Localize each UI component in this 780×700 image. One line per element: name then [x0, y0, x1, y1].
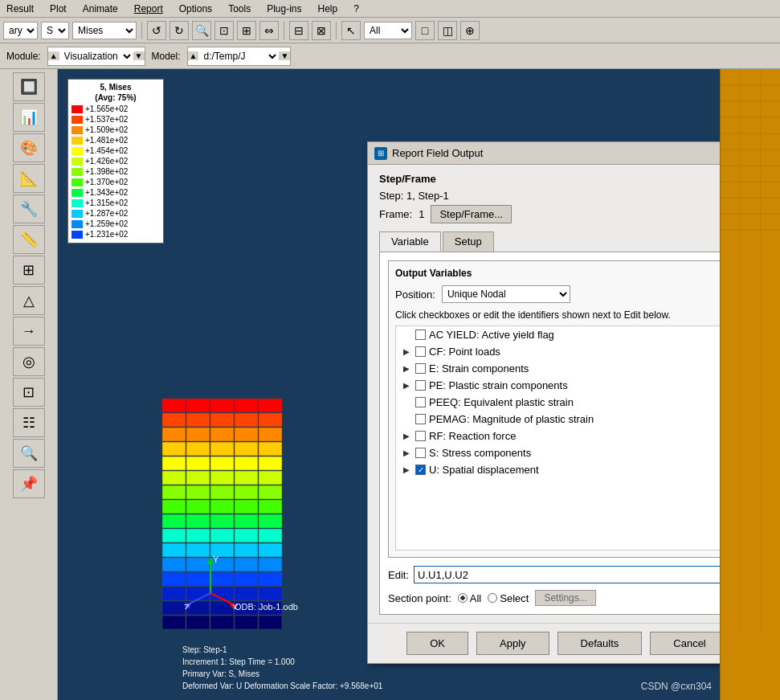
- position-dropdown[interactable]: Unique Nodal: [442, 285, 570, 303]
- variable-row[interactable]: ▶CF: Point loads: [396, 343, 720, 360]
- menu-options[interactable]: Options: [176, 3, 215, 14]
- settings-button[interactable]: Settings...: [535, 590, 595, 606]
- svg-rect-5: [162, 413, 186, 427]
- sidebar-icon-1[interactable]: 🔲: [13, 72, 45, 101]
- defaults-button[interactable]: Defaults: [557, 632, 643, 655]
- module-down-btn[interactable]: ▼: [133, 51, 145, 60]
- radio-select-circle: [488, 593, 497, 603]
- variable-checkbox[interactable]: [415, 380, 426, 391]
- sidebar-icon-10[interactable]: ◎: [13, 347, 45, 376]
- variable-checkbox[interactable]: [415, 414, 426, 424]
- sidebar-icon-14[interactable]: 📌: [13, 469, 45, 498]
- menu-help[interactable]: Help: [315, 3, 341, 14]
- menu-plot[interactable]: Plot: [47, 3, 70, 14]
- fit-btn[interactable]: ⊞: [237, 21, 256, 40]
- variable-checkbox[interactable]: [415, 431, 426, 441]
- svg-rect-2: [210, 399, 234, 412]
- toolbar-dropdown-mises[interactable]: Mises: [72, 22, 137, 39]
- toolbar-dropdown-ary[interactable]: ary: [3, 22, 38, 39]
- variable-checkbox[interactable]: [415, 448, 426, 458]
- expand-button[interactable]: ▶: [401, 448, 412, 459]
- radio-select[interactable]: Select: [488, 592, 529, 604]
- module-up-btn[interactable]: ▲: [48, 51, 59, 60]
- module-dropdown[interactable]: Visualization: [59, 47, 133, 65]
- model-up-btn[interactable]: ▲: [188, 51, 199, 60]
- menu-report[interactable]: Report: [131, 3, 166, 14]
- sidebar-icon-5[interactable]: 🔧: [13, 194, 45, 223]
- variable-checkbox[interactable]: [415, 363, 426, 374]
- step-frame-button[interactable]: Step/Frame...: [431, 205, 512, 223]
- sidebar-icon-3[interactable]: 🎨: [13, 133, 45, 162]
- sidebar-icon-13[interactable]: 🔍: [13, 439, 45, 468]
- menu-tools[interactable]: Tools: [225, 3, 254, 14]
- variable-row[interactable]: ▶PE: Plastic strain components: [396, 377, 720, 394]
- tab-setup[interactable]: Setup: [443, 231, 494, 252]
- sidebar-icon-11[interactable]: ⊡: [13, 378, 45, 407]
- menu-result[interactable]: Result: [3, 3, 37, 14]
- radio-all[interactable]: All: [458, 592, 481, 604]
- sidebar-icon-2[interactable]: 📊: [13, 103, 45, 132]
- refresh-btn[interactable]: ↺: [147, 21, 166, 40]
- sidebar-icon-7[interactable]: ⊞: [13, 256, 45, 285]
- scene-btn[interactable]: □: [415, 21, 435, 40]
- svg-rect-31: [186, 485, 210, 499]
- grid-btn[interactable]: ⊟: [289, 21, 308, 40]
- legend-color-swatch: [71, 105, 83, 113]
- variable-row[interactable]: PEEQ: Equivalent plastic strain: [396, 394, 720, 411]
- camera-btn[interactable]: ◫: [438, 21, 457, 40]
- toolbar-dropdown-s[interactable]: S: [41, 22, 69, 39]
- svg-rect-15: [162, 442, 186, 456]
- variable-row[interactable]: ▶S: Stress components: [396, 444, 720, 461]
- zoom-box-btn[interactable]: ⊡: [214, 21, 234, 40]
- variable-row[interactable]: ▶RF: Reaction force: [396, 428, 720, 444]
- menu-animate[interactable]: Animate: [80, 3, 121, 14]
- model-dropdown[interactable]: d:/Temp/J: [198, 47, 279, 65]
- variable-row[interactable]: PEMAG: Magnitude of plastic strain: [396, 411, 720, 428]
- variable-checkbox[interactable]: [415, 346, 426, 357]
- sidebar-icon-4[interactable]: 📐: [13, 164, 45, 193]
- ok-button[interactable]: OK: [406, 632, 468, 655]
- menu-question[interactable]: ?: [350, 3, 362, 14]
- svg-rect-79: [259, 616, 282, 629]
- model-label: Model:: [152, 51, 181, 62]
- variable-row[interactable]: AC YIELD: Active yield flag: [396, 326, 720, 343]
- expand-button[interactable]: ▶: [401, 465, 412, 476]
- sidebar-icon-8[interactable]: △: [13, 286, 45, 315]
- svg-rect-36: [186, 500, 210, 514]
- expand-button[interactable]: ▶: [401, 346, 412, 358]
- more-btn[interactable]: ⊕: [460, 21, 480, 40]
- edit-input[interactable]: [414, 566, 720, 583]
- expand-button[interactable]: ▶: [401, 363, 412, 375]
- sidebar-icon-12[interactable]: ☷: [13, 408, 45, 437]
- svg-rect-10: [162, 428, 186, 441]
- expand-button[interactable]: [401, 414, 412, 425]
- expand-button[interactable]: ▶: [401, 380, 412, 391]
- menu-plugins[interactable]: Plug-ins: [263, 3, 304, 14]
- variables-list[interactable]: AC YIELD: Active yield flag▶CF: Point lo…: [395, 325, 720, 551]
- variable-checkbox[interactable]: [415, 397, 426, 407]
- cancel-button[interactable]: Cancel: [650, 632, 720, 655]
- svg-rect-69: [259, 587, 282, 600]
- mesh-btn[interactable]: ⊠: [312, 21, 331, 40]
- tab-variable[interactable]: Variable: [379, 231, 441, 252]
- legend-value: +1.398e+02: [85, 166, 128, 177]
- sidebar-icon-6[interactable]: 📏: [13, 225, 45, 254]
- rotate-btn[interactable]: ↻: [169, 21, 189, 40]
- expand-button[interactable]: ▶: [401, 431, 412, 442]
- select-btn[interactable]: ↖: [341, 21, 361, 40]
- variable-checkbox[interactable]: [415, 330, 426, 340]
- apply-button[interactable]: Apply: [476, 632, 549, 655]
- zoom-btn[interactable]: 🔍: [192, 21, 211, 40]
- expand-button[interactable]: [401, 330, 412, 341]
- sidebar-icon-9[interactable]: →: [13, 317, 45, 346]
- pan-btn[interactable]: ⇔: [259, 21, 279, 40]
- variable-row[interactable]: ▶✓U: Spatial displacement: [396, 461, 720, 478]
- variable-checkbox[interactable]: ✓: [415, 465, 426, 475]
- axis-indicator: Y X Z: [182, 553, 239, 612]
- legend-value: +1.315e+02: [85, 198, 128, 208]
- toolbar-all-dropdown[interactable]: All: [364, 22, 412, 39]
- expand-button[interactable]: [401, 397, 412, 408]
- toolbar-sep3: [336, 22, 337, 39]
- variable-row[interactable]: ▶E: Strain components: [396, 360, 720, 377]
- model-down-btn[interactable]: ▼: [279, 51, 290, 60]
